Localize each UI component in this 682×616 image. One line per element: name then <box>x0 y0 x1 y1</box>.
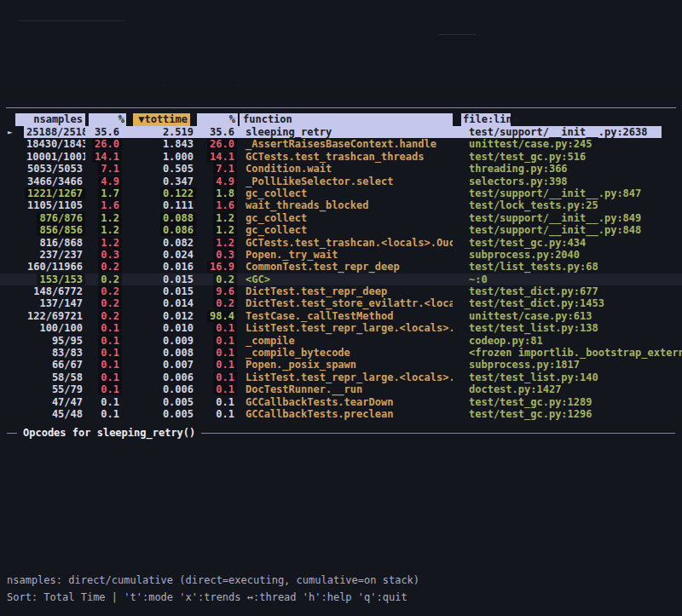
selection-marker <box>0 310 24 322</box>
column-header-direct-percent[interactable]: % <box>89 113 126 126</box>
function-name-cell: sleeping_retry <box>243 126 334 138</box>
table-row[interactable]: 876/876 1.2 0.088 1.2 gc_collect test/su… <box>0 212 682 224</box>
selection-marker <box>0 151 24 163</box>
tottime-cell: 0.015 <box>160 273 196 285</box>
cumulative-percent-cell: 0.1 <box>213 396 237 408</box>
file-line-cell: test/list_tests.py:68 <box>466 261 601 273</box>
tottime-cell: 0.005 <box>160 408 196 420</box>
tottime-cell: 0.088 <box>160 212 196 224</box>
table-row[interactable]: 148/6772 0.2 0.015 9.6 DictTest.test_rep… <box>0 285 682 297</box>
cumulative-percent-cell: 9.6 <box>213 285 237 297</box>
nsamples-cell: 160/11966 <box>25 261 85 273</box>
selection-marker <box>0 187 24 199</box>
column-header-file-line[interactable]: file:line <box>461 113 511 126</box>
divider-segment <box>7 433 17 434</box>
function-name-cell: gc_collect <box>243 187 309 199</box>
selection-marker <box>0 199 24 211</box>
efficiency-line: Efficiency:[]99.69% good, 0.31% failed <box>7 48 675 60</box>
table-row[interactable]: 83/83 0.1 0.008 0.1 _compile_bytecode <f… <box>0 347 682 359</box>
column-header-tottime-sorted[interactable]: ▼tottime <box>133 113 190 126</box>
nsamples-cell: 10001/10015 <box>24 151 85 163</box>
tottime-cell: 0.014 <box>160 297 196 309</box>
file-line-cell: threading.py:366 <box>466 163 570 175</box>
nsamples-cell: 856/856 <box>37 224 85 236</box>
direct-percent-cell: 1.2 <box>98 224 122 236</box>
file-line-cell: test/test_gc.py:516 <box>466 151 588 163</box>
direct-percent-cell: 0.1 <box>98 347 122 359</box>
tottime-cell: 0.015 <box>160 285 196 297</box>
selection-marker: ► <box>0 126 24 138</box>
nsamples-cell: 237/237 <box>37 249 85 261</box>
table-row[interactable]: 160/11966 0.2 0.016 16.9 CommonTest.test… <box>0 261 682 273</box>
table-row[interactable]: 1221/1267 1.7 0.122 1.8 gc_collect test/… <box>0 187 682 199</box>
nsamples-cell: 153/153 <box>37 273 85 285</box>
selection-marker <box>0 335 24 347</box>
file-line-cell: test/test_list.py:138 <box>466 322 601 334</box>
table-row[interactable]: 122/69721 0.2 0.012 98.4 TestCase._callT… <box>0 310 682 322</box>
table-row[interactable]: 3466/3466 4.9 0.347 4.9 _PollLikeSelecto… <box>0 176 682 187</box>
table-row[interactable]: 47/47 0.1 0.005 0.1 GCCallbackTests.tear… <box>0 396 682 408</box>
tottime-cell: 0.007 <box>160 359 196 371</box>
tottime-cell: 0.006 <box>160 383 196 395</box>
tottime-cell: 0.347 <box>160 176 196 187</box>
cumulative-percent-cell: 35.6 <box>207 126 237 138</box>
nsamples-cell: 876/876 <box>37 212 85 224</box>
file-line-cell: test/test_gc.py:434 <box>466 237 588 249</box>
cumulative-percent-cell: 1.2 <box>213 212 237 224</box>
tottime-cell: 0.086 <box>160 224 196 236</box>
function-name-cell: GCTests.test_trashcan.<locals>.Ouch... <box>243 237 453 249</box>
selection-marker <box>0 237 24 249</box>
table-row[interactable]: 10001/10015 14.1 1.000 14.1 GCTests.test… <box>0 151 682 163</box>
function-name-cell: gc_collect <box>243 212 309 224</box>
direct-percent-cell: 1.2 <box>98 212 122 224</box>
nsamples-cell: 1105/1105 <box>25 199 85 211</box>
tottime-cell: 0.012 <box>160 310 196 322</box>
selection-marker <box>0 273 24 285</box>
file-line-cell: doctest.py:1427 <box>466 383 564 395</box>
selection-marker <box>0 371 24 383</box>
file-line-cell: test/support/__init__.py:2638 <box>466 126 650 138</box>
table-row[interactable]: 137/147 0.2 0.014 0.2 DictTest.test_stor… <box>0 297 682 309</box>
nsamples-cell: 148/6772 <box>31 285 85 297</box>
table-row[interactable]: 55/79 0.1 0.006 0.1 DocTestRunner.__run … <box>0 383 682 395</box>
file-line-cell: test/lock_tests.py:25 <box>466 199 601 211</box>
table-row[interactable]: 66/67 0.1 0.007 0.1 Popen._posix_spawn s… <box>0 359 682 371</box>
app-title: Tachyon Profiler <box>19 20 125 21</box>
cumulative-percent-cell: 0.1 <box>213 335 237 347</box>
direct-percent-cell: 4.9 <box>98 176 122 187</box>
column-header-nsamples[interactable]: nsamples <box>15 113 85 126</box>
column-header-function[interactable]: function <box>240 113 453 126</box>
direct-percent-cell: 14.1 <box>92 151 122 163</box>
file-line-cell: test/support/__init__.py:849 <box>466 212 644 224</box>
table-row[interactable]: 237/237 0.3 0.024 0.3 Popen._try_wait su… <box>0 249 682 261</box>
function-name-cell: GCCallbackTests.preclean <box>243 408 396 420</box>
cumulative-percent-cell: 0.1 <box>213 408 237 420</box>
direct-percent-cell: 7.1 <box>98 163 122 175</box>
table-row[interactable]: 18430/18430 26.0 1.843 26.0 _AssertRaise… <box>0 138 682 150</box>
table-row[interactable]: 58/58 0.1 0.006 0.1 ListTest.test_repr_l… <box>0 371 682 383</box>
table-row[interactable]: ► 25188/25189 35.6 2.519 35.6 sleeping_r… <box>0 126 682 138</box>
function-name-cell: Popen._posix_spawn <box>243 359 359 371</box>
table-row[interactable]: 153/153 0.2 0.015 0.2 <GC> ~:0 <box>0 273 682 285</box>
table-row[interactable]: 100/100 0.1 0.010 0.1 ListTest.test_repr… <box>0 322 682 334</box>
table-row[interactable]: 5053/5053 7.1 0.505 7.1 Condition.wait t… <box>0 163 682 175</box>
cumulative-percent-cell: 0.2 <box>213 273 237 285</box>
profile-table: ► 25188/25189 35.6 2.519 35.6 sleeping_r… <box>0 126 682 420</box>
table-row[interactable]: 816/868 1.2 0.082 1.2 GCTests.test_trash… <box>0 237 682 249</box>
selection-marker <box>0 396 24 408</box>
cumulative-percent-cell: 1.8 <box>213 187 237 199</box>
function-name-cell: CommonTest.test_repr_deep <box>243 261 402 273</box>
table-row[interactable]: 1105/1105 1.6 0.111 1.6 wait_threads_blo… <box>0 199 682 211</box>
cumulative-percent-cell: 1.6 <box>213 199 237 211</box>
direct-percent-cell: 0.1 <box>98 371 122 383</box>
function-name-cell: gc_collect <box>243 224 309 236</box>
tottime-cell: 1.843 <box>160 138 196 150</box>
column-header-cumulative-percent[interactable]: % <box>197 113 238 126</box>
tottime-cell: 0.008 <box>160 347 196 359</box>
table-header: nsamples % ▼tottime % function file:line <box>7 113 675 126</box>
table-row[interactable]: 95/95 0.1 0.009 0.1 _compile codeop.py:8… <box>0 335 682 347</box>
function-name-cell: _compile_bytecode <box>243 347 353 359</box>
selection-marker <box>0 138 24 150</box>
table-row[interactable]: 45/48 0.1 0.005 0.1 GCCallbackTests.prec… <box>0 408 682 420</box>
table-row[interactable]: 856/856 1.2 0.086 1.2 gc_collect test/su… <box>0 224 682 236</box>
